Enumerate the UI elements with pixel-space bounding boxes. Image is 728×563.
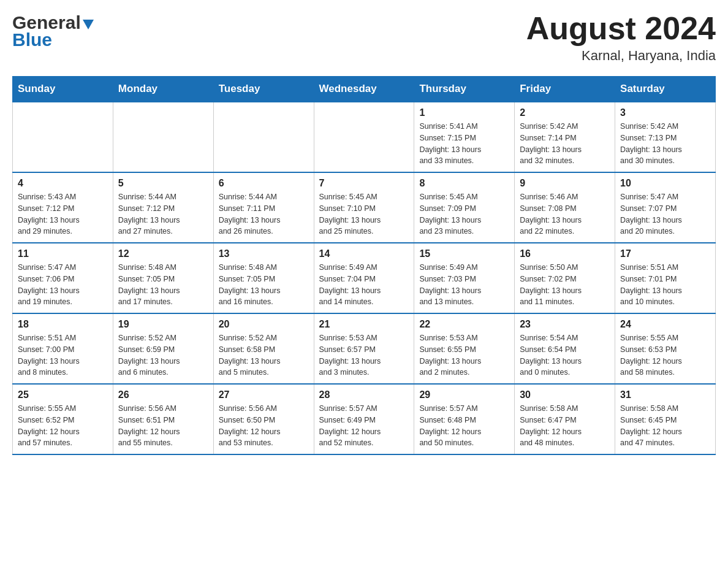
day-number: 11 [18,248,108,259]
day-number: 23 [520,319,610,330]
calendar-week-row: 25Sunrise: 5:55 AM Sunset: 6:52 PM Dayli… [13,384,716,454]
day-number: 21 [319,319,409,330]
logo: General Blue [12,12,94,50]
calendar-cell: 27Sunrise: 5:56 AM Sunset: 6:50 PM Dayli… [213,384,314,454]
calendar-cell: 14Sunrise: 5:49 AM Sunset: 7:04 PM Dayli… [314,243,414,313]
day-info: Sunrise: 5:55 AM Sunset: 6:52 PM Dayligh… [18,403,108,449]
day-info: Sunrise: 5:48 AM Sunset: 7:05 PM Dayligh… [219,262,309,308]
day-number: 18 [18,319,108,330]
day-number: 1 [419,107,509,118]
day-number: 25 [18,389,108,400]
day-info: Sunrise: 5:43 AM Sunset: 7:12 PM Dayligh… [18,191,108,237]
weekday-header: Monday [113,77,213,102]
day-info: Sunrise: 5:56 AM Sunset: 6:50 PM Dayligh… [219,403,309,449]
day-info: Sunrise: 5:57 AM Sunset: 6:48 PM Dayligh… [419,403,509,449]
calendar-cell: 11Sunrise: 5:47 AM Sunset: 7:06 PM Dayli… [13,243,113,313]
day-info: Sunrise: 5:45 AM Sunset: 7:09 PM Dayligh… [419,191,509,237]
calendar-cell: 7Sunrise: 5:45 AM Sunset: 7:10 PM Daylig… [314,172,414,243]
calendar-cell: 9Sunrise: 5:46 AM Sunset: 7:08 PM Daylig… [515,172,615,243]
month-title: August 2024 [526,12,716,44]
calendar-cell: 22Sunrise: 5:53 AM Sunset: 6:55 PM Dayli… [414,313,515,384]
day-info: Sunrise: 5:53 AM Sunset: 6:55 PM Dayligh… [419,332,509,378]
weekday-header: Tuesday [213,77,314,102]
calendar-cell: 13Sunrise: 5:48 AM Sunset: 7:05 PM Dayli… [213,243,314,313]
calendar-cell: 1Sunrise: 5:41 AM Sunset: 7:15 PM Daylig… [414,102,515,172]
calendar-cell: 29Sunrise: 5:57 AM Sunset: 6:48 PM Dayli… [414,384,515,454]
calendar-cell [314,102,414,172]
day-number: 16 [520,248,610,259]
weekday-header: Thursday [414,77,515,102]
calendar-cell: 18Sunrise: 5:51 AM Sunset: 7:00 PM Dayli… [13,313,113,384]
calendar-week-row: 18Sunrise: 5:51 AM Sunset: 7:00 PM Dayli… [13,313,716,384]
day-info: Sunrise: 5:50 AM Sunset: 7:02 PM Dayligh… [520,262,610,308]
weekday-header: Wednesday [314,77,414,102]
calendar-cell: 25Sunrise: 5:55 AM Sunset: 6:52 PM Dayli… [13,384,113,454]
weekday-header-row: SundayMondayTuesdayWednesdayThursdayFrid… [13,77,716,102]
calendar-cell: 17Sunrise: 5:51 AM Sunset: 7:01 PM Dayli… [615,243,716,313]
day-number: 13 [219,248,309,259]
calendar-cell: 4Sunrise: 5:43 AM Sunset: 7:12 PM Daylig… [13,172,113,243]
day-info: Sunrise: 5:56 AM Sunset: 6:51 PM Dayligh… [118,403,208,449]
calendar-week-row: 1Sunrise: 5:41 AM Sunset: 7:15 PM Daylig… [13,102,716,172]
day-number: 10 [620,178,710,189]
calendar-cell: 8Sunrise: 5:45 AM Sunset: 7:09 PM Daylig… [414,172,515,243]
day-number: 15 [419,248,509,259]
calendar-cell: 5Sunrise: 5:44 AM Sunset: 7:12 PM Daylig… [113,172,213,243]
calendar-cell: 15Sunrise: 5:49 AM Sunset: 7:03 PM Dayli… [414,243,515,313]
calendar-cell: 10Sunrise: 5:47 AM Sunset: 7:07 PM Dayli… [615,172,716,243]
calendar-table: SundayMondayTuesdayWednesdayThursdayFrid… [12,76,716,455]
day-info: Sunrise: 5:42 AM Sunset: 7:14 PM Dayligh… [520,121,610,167]
calendar-cell: 6Sunrise: 5:44 AM Sunset: 7:11 PM Daylig… [213,172,314,243]
calendar-week-row: 11Sunrise: 5:47 AM Sunset: 7:06 PM Dayli… [13,243,716,313]
title-area: August 2024 Karnal, Haryana, India [526,12,716,64]
day-number: 9 [520,178,610,189]
day-number: 29 [419,389,509,400]
calendar-cell [113,102,213,172]
day-number: 17 [620,248,710,259]
day-number: 26 [118,389,208,400]
day-number: 27 [219,389,309,400]
calendar-week-row: 4Sunrise: 5:43 AM Sunset: 7:12 PM Daylig… [13,172,716,243]
day-info: Sunrise: 5:54 AM Sunset: 6:54 PM Dayligh… [520,332,610,378]
day-info: Sunrise: 5:44 AM Sunset: 7:11 PM Dayligh… [219,191,309,237]
day-info: Sunrise: 5:48 AM Sunset: 7:05 PM Dayligh… [118,262,208,308]
calendar-cell: 31Sunrise: 5:58 AM Sunset: 6:45 PM Dayli… [615,384,716,454]
day-number: 6 [219,178,309,189]
day-info: Sunrise: 5:57 AM Sunset: 6:49 PM Dayligh… [319,403,409,449]
day-number: 5 [118,178,208,189]
day-info: Sunrise: 5:42 AM Sunset: 7:13 PM Dayligh… [620,121,710,167]
day-number: 8 [419,178,509,189]
day-info: Sunrise: 5:52 AM Sunset: 6:58 PM Dayligh… [219,332,309,378]
weekday-header: Sunday [13,77,113,102]
day-info: Sunrise: 5:52 AM Sunset: 6:59 PM Dayligh… [118,332,208,378]
day-info: Sunrise: 5:46 AM Sunset: 7:08 PM Dayligh… [520,191,610,237]
calendar-cell: 24Sunrise: 5:55 AM Sunset: 6:53 PM Dayli… [615,313,716,384]
calendar-cell: 26Sunrise: 5:56 AM Sunset: 6:51 PM Dayli… [113,384,213,454]
day-number: 19 [118,319,208,330]
day-number: 30 [520,389,610,400]
day-info: Sunrise: 5:47 AM Sunset: 7:06 PM Dayligh… [18,262,108,308]
calendar-cell: 3Sunrise: 5:42 AM Sunset: 7:13 PM Daylig… [615,102,716,172]
day-info: Sunrise: 5:49 AM Sunset: 7:04 PM Dayligh… [319,262,409,308]
day-number: 20 [219,319,309,330]
day-info: Sunrise: 5:58 AM Sunset: 6:47 PM Dayligh… [520,403,610,449]
calendar-cell: 19Sunrise: 5:52 AM Sunset: 6:59 PM Dayli… [113,313,213,384]
day-number: 24 [620,319,710,330]
day-info: Sunrise: 5:53 AM Sunset: 6:57 PM Dayligh… [319,332,409,378]
calendar-cell [13,102,113,172]
weekday-header: Saturday [615,77,716,102]
calendar-cell: 2Sunrise: 5:42 AM Sunset: 7:14 PM Daylig… [515,102,615,172]
day-info: Sunrise: 5:44 AM Sunset: 7:12 PM Dayligh… [118,191,208,237]
day-info: Sunrise: 5:51 AM Sunset: 7:00 PM Dayligh… [18,332,108,378]
calendar-cell: 30Sunrise: 5:58 AM Sunset: 6:47 PM Dayli… [515,384,615,454]
calendar-cell: 21Sunrise: 5:53 AM Sunset: 6:57 PM Dayli… [314,313,414,384]
day-info: Sunrise: 5:49 AM Sunset: 7:03 PM Dayligh… [419,262,509,308]
day-number: 22 [419,319,509,330]
calendar-cell [213,102,314,172]
day-info: Sunrise: 5:47 AM Sunset: 7:07 PM Dayligh… [620,191,710,237]
calendar-cell: 16Sunrise: 5:50 AM Sunset: 7:02 PM Dayli… [515,243,615,313]
day-info: Sunrise: 5:51 AM Sunset: 7:01 PM Dayligh… [620,262,710,308]
page-header: General Blue August 2024 Karnal, Haryana… [12,12,716,64]
calendar-cell: 12Sunrise: 5:48 AM Sunset: 7:05 PM Dayli… [113,243,213,313]
day-info: Sunrise: 5:58 AM Sunset: 6:45 PM Dayligh… [620,403,710,449]
